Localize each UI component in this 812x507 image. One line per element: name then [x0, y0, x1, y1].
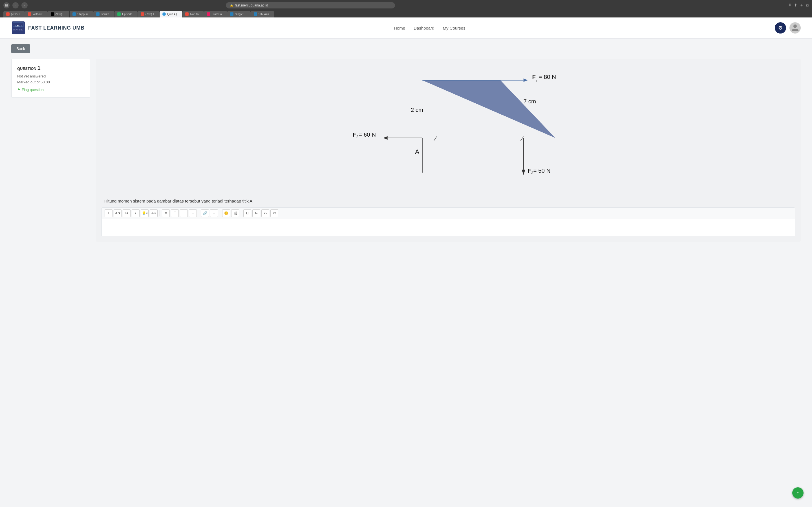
- question-card: QUESTION 1 Not yet answered Marked out o…: [11, 59, 90, 98]
- quiz-layout: QUESTION 1 Not yet answered Marked out o…: [11, 59, 801, 242]
- new-tab-icon[interactable]: ＋: [800, 3, 804, 8]
- svg-text:2 cm: 2 cm: [411, 107, 423, 113]
- emoji-btn[interactable]: 😊: [222, 209, 230, 217]
- browser-tab[interactable]: (99+)Ti...: [48, 11, 70, 17]
- tab-label: Naruto...: [190, 13, 201, 16]
- browser-tab[interactable]: Shippuu...: [70, 11, 93, 17]
- svg-marker-4: [422, 80, 555, 138]
- download-icon[interactable]: ⬇: [788, 3, 792, 8]
- tab-label: SIM Aka...: [259, 13, 271, 16]
- browser-tab[interactable]: Episode...: [114, 11, 137, 17]
- ol-btn[interactable]: ☰: [171, 209, 179, 217]
- question-marked: Marked out of 50.00: [17, 80, 84, 84]
- nav-links: Home Dashboard My Courses: [394, 25, 465, 31]
- address-bar[interactable]: 🔒 fast.mercubuana.ac.id: [226, 2, 395, 8]
- header-right: ⚙: [775, 22, 801, 34]
- tab-label: (99+)Ti...: [56, 13, 67, 16]
- image-btn[interactable]: 🖼: [231, 209, 239, 217]
- svg-text:= 50 N: = 50 N: [534, 167, 551, 174]
- back-button[interactable]: Back: [11, 44, 30, 53]
- browser-toolbar: ⊟ ‹ › 🔒 fast.mercubuana.ac.id ⬇ ⬆ ＋ ⧉: [3, 2, 809, 8]
- content-area: Back QUESTION 1 Not yet answered Marked …: [0, 39, 812, 247]
- question-text: Hitung momen sistem pada gambar diatas t…: [101, 199, 795, 203]
- logo-icon: FAST LEARNING: [11, 21, 26, 35]
- outdent-btn[interactable]: ⊣: [189, 209, 197, 217]
- logo-area: FAST LEARNING FAST LEARNING UMB: [11, 21, 85, 35]
- tab-label: Without...: [33, 13, 45, 16]
- text-editor: 1 A ▾ B I 💡▾ ✏▾ ≡ ☰ ⊢ ⊣ 🔗 ∞: [101, 207, 795, 236]
- link-btn[interactable]: 🔗: [201, 209, 209, 217]
- question-number: 1: [38, 65, 41, 71]
- browser-tab[interactable]: Single S...: [227, 11, 251, 17]
- browser-tab[interactable]: Start Pa...: [204, 11, 227, 17]
- site-header: FAST LEARNING FAST LEARNING UMB Home Das…: [0, 17, 812, 39]
- nav-home[interactable]: Home: [394, 25, 405, 31]
- code-btn[interactable]: ∞: [210, 209, 218, 217]
- svg-line-20: [520, 136, 523, 141]
- browser-actions: ⬇ ⬆ ＋ ⧉: [788, 3, 809, 8]
- browser-tab[interactable]: Quiz 4 (...: [160, 11, 182, 17]
- url-text: fast.mercubuana.ac.id: [235, 3, 268, 7]
- tab-label: Start Pa...: [212, 13, 224, 16]
- strikethrough-btn[interactable]: S: [252, 209, 260, 217]
- nav-my-courses[interactable]: My Courses: [443, 25, 465, 31]
- svg-text:= 80 N: = 80 N: [539, 73, 556, 80]
- physics-diagram: F 1 = 80 N 2 cm 7 cm F 2 = 60 N: [336, 73, 561, 186]
- forward-nav[interactable]: ›: [21, 2, 28, 8]
- svg-text:F: F: [532, 73, 536, 80]
- indent-btn[interactable]: ⊢: [180, 209, 188, 217]
- underline-btn[interactable]: U: [243, 209, 251, 217]
- tab-label: (702) T...: [146, 13, 156, 16]
- subscript-btn[interactable]: x₂: [261, 209, 269, 217]
- tab-label: Single S...: [235, 13, 248, 16]
- color-btn[interactable]: ✏▾: [150, 209, 158, 217]
- superscript-btn[interactable]: x²: [270, 209, 278, 217]
- logo-text: FAST LEARNING UMB: [28, 25, 85, 31]
- share-icon[interactable]: ⬆: [794, 3, 797, 8]
- tab-label: Quiz 4 (...: [167, 13, 179, 16]
- browser-tab[interactable]: (702) T...: [138, 11, 159, 17]
- svg-text:LEARNING: LEARNING: [13, 29, 23, 31]
- svg-text:7 cm: 7 cm: [523, 98, 536, 105]
- browser-tab[interactable]: (702) T...: [3, 11, 25, 17]
- back-nav[interactable]: ‹: [12, 2, 18, 8]
- scroll-to-top-button[interactable]: ↑: [792, 487, 804, 499]
- browser-tab[interactable]: Naruto...: [183, 11, 204, 17]
- question-label: QUESTION 1: [17, 65, 84, 71]
- svg-line-19: [434, 136, 437, 141]
- font-btn[interactable]: A ▾: [114, 209, 121, 217]
- ul-btn[interactable]: ≡: [162, 209, 170, 217]
- question-status: Not yet answered: [17, 74, 84, 78]
- nav-dashboard[interactable]: Dashboard: [414, 25, 434, 31]
- svg-rect-0: [12, 21, 25, 34]
- tab-label: (702) T...: [11, 13, 22, 16]
- svg-marker-6: [523, 78, 528, 82]
- sidebar-toggle[interactable]: ⊟: [3, 2, 10, 8]
- tab-label: Boruto...: [101, 13, 112, 16]
- windows-icon[interactable]: ⧉: [806, 3, 809, 8]
- user-avatar[interactable]: [790, 22, 801, 34]
- svg-text:F: F: [528, 167, 531, 174]
- browser-tab[interactable]: Without...: [25, 11, 47, 17]
- editor-toolbar: 1 A ▾ B I 💡▾ ✏▾ ≡ ☰ ⊢ ⊣ 🔗 ∞: [101, 207, 795, 219]
- flag-question-link[interactable]: ⚑ Flag question: [17, 88, 84, 92]
- lock-icon: 🔒: [230, 4, 233, 7]
- tab-label: Episode...: [122, 13, 135, 16]
- separator-3: [220, 210, 220, 216]
- format-btn[interactable]: 1: [105, 209, 112, 217]
- browser-tab[interactable]: SIM Aka...: [251, 11, 274, 17]
- bold-btn[interactable]: B: [123, 209, 131, 217]
- question-content-area: F 1 = 80 N 2 cm 7 cm F 2 = 60 N: [96, 59, 801, 242]
- separator-4: [241, 210, 241, 216]
- settings-button[interactable]: ⚙: [775, 22, 786, 34]
- browser-tab[interactable]: Boruto...: [93, 11, 114, 17]
- svg-text:FAST: FAST: [15, 24, 22, 27]
- app-wrapper: FAST LEARNING FAST LEARNING UMB Home Das…: [0, 17, 812, 502]
- editor-body[interactable]: [101, 219, 795, 236]
- italic-btn[interactable]: I: [132, 209, 140, 217]
- svg-text:2: 2: [356, 135, 358, 139]
- svg-marker-23: [522, 170, 525, 175]
- tabs-bar: (702) T...Without...(99+)Ti...Shippuu...…: [3, 11, 809, 17]
- svg-text:1: 1: [536, 79, 538, 83]
- highlight-btn[interactable]: 💡▾: [141, 209, 149, 217]
